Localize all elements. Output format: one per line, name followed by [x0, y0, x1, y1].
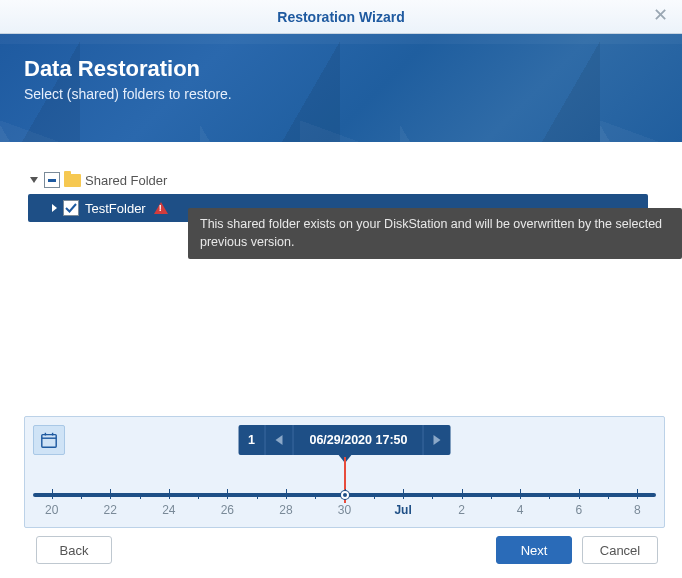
chevron-right-icon[interactable]: [52, 204, 57, 212]
timeline-tick-label: 8: [634, 503, 641, 517]
next-version-button[interactable]: [424, 425, 451, 455]
content-area: Shared Folder TestFolder This shared fol…: [0, 142, 682, 222]
tooltip: This shared folder exists on your DiskSt…: [188, 208, 682, 259]
next-button[interactable]: Next: [496, 536, 572, 564]
footer: Back Next Cancel: [0, 532, 682, 578]
timeline-panel: 1 06/29/2020 17:50 202224262830Jul2468: [24, 416, 665, 528]
timeline-tick-label: 2: [458, 503, 465, 517]
timeline-tick-label: 6: [575, 503, 582, 517]
calendar-button[interactable]: [33, 425, 65, 455]
page-subheading: Select (shared) folders to restore.: [24, 86, 658, 102]
back-button[interactable]: Back: [36, 536, 112, 564]
tree-child-label: TestFolder: [85, 201, 146, 216]
chevron-right-icon: [434, 435, 441, 445]
title-bar: Restoration Wizard ✕: [0, 0, 682, 34]
timeline-tick-label: 28: [279, 503, 292, 517]
cancel-button[interactable]: Cancel: [582, 536, 658, 564]
timeline-handle[interactable]: [341, 491, 349, 499]
timeline-tick-label: 30: [338, 503, 351, 517]
chevron-down-icon[interactable]: [30, 177, 38, 183]
timeline-tick-label: 4: [517, 503, 524, 517]
window-title: Restoration Wizard: [277, 9, 404, 25]
svg-rect-0: [42, 435, 56, 448]
version-datetime: 06/29/2020 17:50: [294, 425, 424, 455]
tooltip-text: This shared folder exists on your DiskSt…: [200, 217, 662, 249]
hero-banner: Data Restoration Select (shared) folders…: [0, 34, 682, 142]
close-icon[interactable]: ✕: [653, 6, 668, 24]
page-heading: Data Restoration: [24, 56, 658, 82]
tree-root-row[interactable]: Shared Folder: [24, 172, 658, 188]
timeline-labels: 202224262830Jul2468: [33, 503, 656, 521]
timeline-tick-label: Jul: [394, 503, 411, 517]
checkbox-indeterminate[interactable]: [44, 172, 60, 188]
warning-icon: [154, 202, 168, 214]
version-navigator: 1 06/29/2020 17:50: [238, 425, 451, 455]
tree-root-label: Shared Folder: [85, 173, 167, 188]
folder-icon: [64, 174, 81, 187]
timeline-tick-label: 24: [162, 503, 175, 517]
prev-version-button[interactable]: [266, 425, 294, 455]
version-count: 1: [238, 425, 266, 455]
timeline-tick-label: 22: [104, 503, 117, 517]
checkbox-checked[interactable]: [63, 200, 79, 216]
chevron-left-icon: [276, 435, 283, 445]
calendar-icon: [40, 431, 58, 449]
timeline-tick-label: 20: [45, 503, 58, 517]
timeline-tick-label: 26: [221, 503, 234, 517]
